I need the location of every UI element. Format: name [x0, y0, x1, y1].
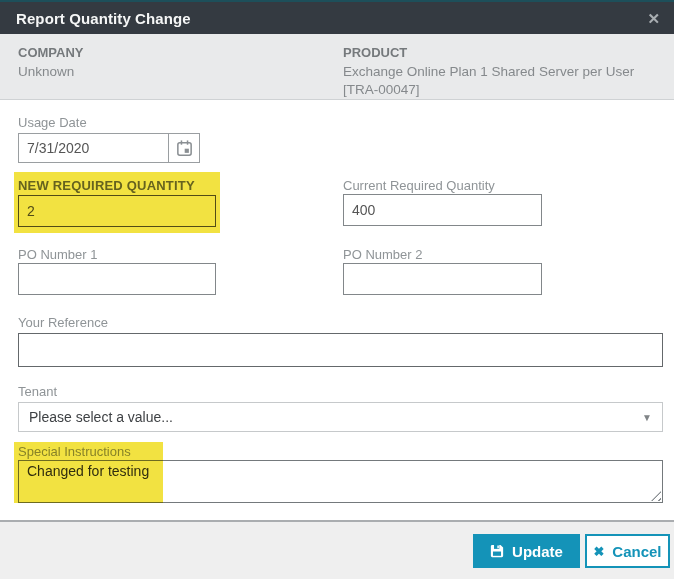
dialog-title: Report Quantity Change	[16, 10, 191, 27]
company-summary: COMPANY Unknown	[18, 45, 318, 81]
your-reference-input[interactable]	[18, 333, 663, 367]
dialog-header: Report Quantity Change ✕	[0, 2, 674, 34]
current-required-quantity-input[interactable]	[343, 194, 542, 226]
po-number-1-input[interactable]	[18, 263, 216, 295]
usage-date-group	[18, 133, 200, 163]
new-required-quantity-label: NEW REQUIRED QUANTITY	[18, 178, 195, 193]
tenant-select[interactable]: Please select a value... ▼	[18, 402, 663, 432]
cancel-button[interactable]: ✖ Cancel	[585, 534, 670, 568]
tenant-selected-value: Please select a value...	[29, 409, 173, 425]
product-value: Exchange Online Plan 1 Shared Server per…	[343, 63, 665, 99]
po-number-2-label: PO Number 2	[343, 247, 422, 262]
product-summary: PRODUCT Exchange Online Plan 1 Shared Se…	[343, 45, 665, 99]
current-required-quantity-label: Current Required Quantity	[343, 178, 495, 193]
company-value: Unknown	[18, 63, 318, 81]
tenant-label: Tenant	[18, 384, 57, 399]
close-icon[interactable]: ✕	[647, 11, 660, 26]
special-instructions-wrap: Changed for testing	[18, 460, 663, 503]
special-instructions-textarea[interactable]: Changed for testing	[18, 460, 663, 503]
special-instructions-label: Special Instructions	[18, 444, 131, 459]
po-number-1-label: PO Number 1	[18, 247, 97, 262]
product-label: PRODUCT	[343, 45, 665, 60]
your-reference-label: Your Reference	[18, 315, 108, 330]
po-number-2-input[interactable]	[343, 263, 542, 295]
update-button[interactable]: Update	[473, 534, 580, 568]
calendar-icon	[175, 139, 194, 158]
new-required-quantity-input[interactable]	[18, 195, 216, 227]
cancel-x-icon: ✖	[593, 544, 604, 559]
calendar-button[interactable]	[168, 133, 200, 163]
usage-date-label: Usage Date	[18, 115, 87, 130]
usage-date-input[interactable]	[18, 133, 168, 163]
chevron-down-icon: ▼	[642, 412, 652, 423]
company-label: COMPANY	[18, 45, 318, 60]
update-button-label: Update	[512, 543, 563, 560]
save-icon	[490, 544, 504, 558]
cancel-button-label: Cancel	[612, 543, 661, 560]
report-quantity-change-dialog: Report Quantity Change ✕ COMPANY Unknown…	[0, 0, 674, 579]
summary-band: COMPANY Unknown PRODUCT Exchange Online …	[0, 34, 674, 100]
